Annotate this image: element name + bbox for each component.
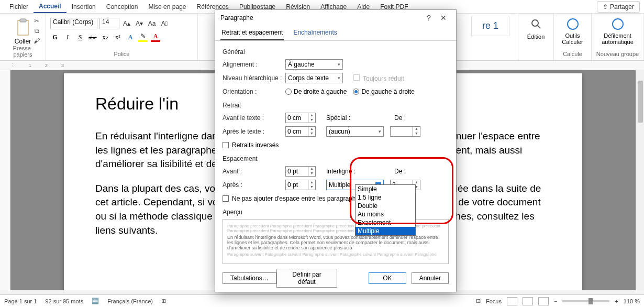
spellcheck-icon[interactable]: 🔤 <box>92 298 99 304</box>
alignment-select[interactable]: À gauche▾ <box>285 59 343 70</box>
cancel-button[interactable]: Annuler <box>412 272 449 284</box>
highlight-icon[interactable]: ✎ <box>138 32 148 42</box>
svg-rect-0 <box>18 20 28 35</box>
zoom-level[interactable]: 110 % <box>624 298 640 304</box>
clear-format-icon[interactable]: A⃠ <box>159 18 170 29</box>
special-label: Spécial : <box>326 114 363 122</box>
interline-dropdown: Simple 1,5 ligne Double Au moins Exactem… <box>355 184 416 236</box>
mirror-label: Retraits inversés <box>232 141 279 149</box>
edit-label: Édition <box>527 34 545 40</box>
ok-button[interactable]: OK <box>369 272 406 284</box>
tab-fichier[interactable]: Fichier <box>4 1 34 13</box>
special-select[interactable]: (aucun)▾ <box>326 126 384 137</box>
alignment-label: Alignement : <box>223 61 285 68</box>
scroll-label: Défilement automatique <box>596 32 639 45</box>
help-button[interactable]: ? <box>421 14 436 22</box>
find-icon[interactable] <box>529 17 543 31</box>
web-layout-icon[interactable] <box>538 297 549 305</box>
font-group: Calibri (Corps) 14 A▴ A▾ Aa A⃠ G I S abc… <box>46 14 198 60</box>
cut-icon[interactable]: ✂ <box>32 17 41 25</box>
after-text-spinner[interactable]: ▲▼ <box>285 126 316 137</box>
option-1-5[interactable]: 1,5 ligne <box>356 193 415 202</box>
before-label: Avant : <box>223 168 285 175</box>
zoom-slider[interactable] <box>562 300 609 302</box>
accessibility-icon[interactable]: ⊞ <box>161 298 166 304</box>
option-au-moins[interactable]: Au moins <box>356 210 415 218</box>
bold-button[interactable]: G <box>50 32 60 42</box>
vertical-scrollbar[interactable] <box>636 70 644 290</box>
strike-button[interactable]: abc <box>88 32 97 42</box>
scroll-group: Défilement automatique Nouveau groupe <box>592 14 644 60</box>
share-button[interactable]: ⇪ Partager <box>597 1 640 13</box>
rtl-radio[interactable] <box>285 89 292 95</box>
ltr-label: De gauche à droite <box>361 88 414 95</box>
collapsed-checkbox <box>353 74 360 81</box>
decrease-font-icon[interactable]: A▾ <box>134 18 145 29</box>
dialog-tab-indent[interactable]: Retrait et espacement <box>220 26 284 40</box>
subscript-button[interactable]: x₂ <box>101 32 110 42</box>
after-spinner[interactable]: ▲▼ <box>285 180 316 190</box>
before-text-spinner[interactable]: ▲▼ <box>285 113 316 123</box>
share-icon: ⇪ <box>603 3 608 10</box>
close-button[interactable]: ✕ <box>436 14 451 22</box>
change-case-icon[interactable]: Aa <box>147 18 157 29</box>
de2-label: De : <box>394 168 406 175</box>
text-effects-icon[interactable]: A <box>126 32 135 42</box>
read-mode-icon[interactable] <box>507 297 517 305</box>
italic-button[interactable]: I <box>63 32 72 42</box>
print-layout-icon[interactable] <box>523 297 533 305</box>
copy-icon[interactable]: ⧉ <box>32 27 41 35</box>
paragraph-dialog: Paragraphe ? ✕ Retrait et espacement Enc… <box>215 9 457 292</box>
superscript-button[interactable]: x² <box>113 32 123 42</box>
mirror-checkbox[interactable] <box>223 142 229 148</box>
zoom-in-icon[interactable]: + <box>615 298 618 304</box>
svg-rect-1 <box>20 19 26 22</box>
focus-label[interactable]: Focus <box>486 298 502 304</box>
style-preview[interactable]: re 1 <box>471 16 509 36</box>
status-bar: Page 1 sur 1 92 sur 95 mots 🔤 Français (… <box>0 294 644 307</box>
paste-button[interactable] <box>15 18 31 37</box>
font-size-select[interactable]: 14 <box>99 18 119 29</box>
zoom-out-icon[interactable]: − <box>554 298 557 304</box>
option-multiple[interactable]: Multiple <box>356 227 415 235</box>
word-count[interactable]: 92 sur 95 mots <box>45 298 83 304</box>
underline-button[interactable]: S <box>75 32 85 42</box>
clipboard-group: ✂ ⧉ 🖌 Coller Presse-papiers <box>0 14 46 60</box>
tab-mise-en-page[interactable]: Mise en page <box>143 1 191 13</box>
scroll-group-label: Nouveau groupe <box>596 51 639 58</box>
no-space-checkbox[interactable] <box>223 195 229 202</box>
dialog-title: Paragraphe <box>220 14 421 21</box>
page-status[interactable]: Page 1 sur 1 <box>4 298 37 304</box>
increase-font-icon[interactable]: A▴ <box>121 18 132 29</box>
tab-accueil[interactable]: Accueil <box>34 1 66 13</box>
de-label: De : <box>394 114 406 122</box>
default-button[interactable]: Définir par défaut <box>276 269 338 288</box>
tabs-button[interactable]: Tabulations… <box>223 272 276 284</box>
de-spinner[interactable]: ▲▼ <box>390 126 420 137</box>
rtl-label: De droite à gauche <box>294 88 347 95</box>
font-name-select[interactable]: Calibri (Corps) <box>50 18 97 29</box>
share-label: Partager <box>610 3 634 10</box>
font-color-icon[interactable]: A <box>151 32 160 42</box>
autoscroll-icon[interactable] <box>610 17 625 31</box>
focus-icon[interactable]: ⊡ <box>476 298 481 304</box>
outline-select[interactable]: Corps de texte▾ <box>285 73 343 83</box>
tools-icon[interactable] <box>565 17 580 31</box>
tab-insertion[interactable]: Insertion <box>66 1 101 13</box>
no-space-label: Ne pas ajouter d'espace entre les paragr… <box>232 195 362 202</box>
option-simple[interactable]: Simple <box>356 185 415 193</box>
tools-group-label: Calcule <box>563 51 582 58</box>
option-double[interactable]: Double <box>356 202 415 210</box>
orientation-label: Orientation : <box>223 88 285 95</box>
section-spacing: Espacement <box>223 155 449 162</box>
before-spinner[interactable]: ▲▼ <box>285 166 316 177</box>
format-painter-icon[interactable]: 🖌 <box>32 37 41 45</box>
ltr-radio[interactable] <box>353 89 359 95</box>
dialog-tab-flow[interactable]: Enchaînements <box>292 26 338 40</box>
clipboard-group-label: Presse-papiers <box>4 45 41 59</box>
tab-conception[interactable]: Conception <box>101 1 143 13</box>
option-exactement[interactable]: Exactement <box>356 218 415 227</box>
language-status[interactable]: Français (France) <box>107 298 153 304</box>
vertical-ruler[interactable] <box>0 70 10 290</box>
tools-group: Outils Calculer Calcule <box>554 14 592 60</box>
